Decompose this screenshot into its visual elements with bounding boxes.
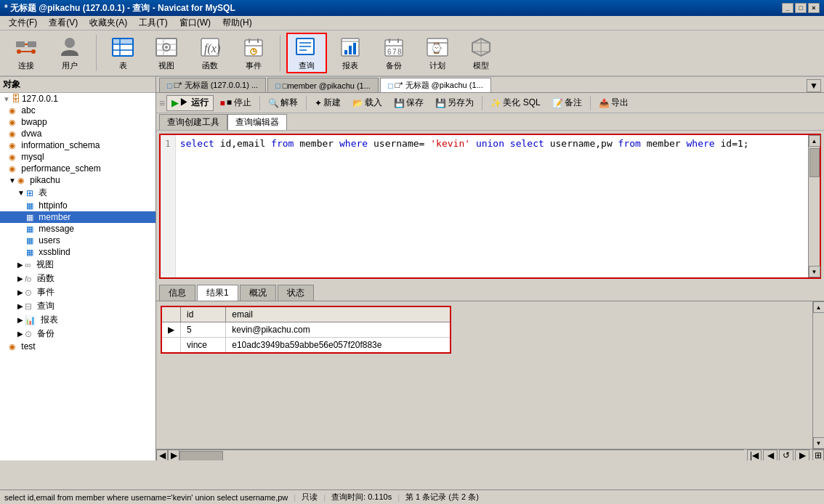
results-scrollbar[interactable]: ▲ ▼ (812, 301, 824, 449)
sidebar-item-xssblind[interactable]: ▦ xssblind (0, 246, 155, 258)
table-row[interactable]: vince e10adc3949ba59abbe56e057f20f883e (161, 338, 451, 354)
sidebar-item-member[interactable]: ▦ member (0, 211, 155, 223)
menu-view[interactable]: 查看(V) (43, 15, 84, 31)
sidebar-item-perf-schema[interactable]: ◉ performance_schem (0, 163, 155, 174)
svg-rect-11 (113, 38, 133, 44)
new-button[interactable]: ✦ 新建 (310, 95, 346, 111)
run-button[interactable]: ▶ ▶ 运行 (166, 95, 213, 111)
sidebar-item-message[interactable]: ▦ message (0, 223, 155, 235)
h-scroll-thumb[interactable] (179, 451, 223, 461)
sidebar-item-users[interactable]: ▦ users (0, 235, 155, 246)
svg-point-4 (31, 49, 36, 54)
tab-query-editor[interactable]: 查询编辑器 (227, 114, 287, 130)
tab-member[interactable]: □ □member @pikachu (1... (267, 78, 379, 92)
event-icon (242, 36, 265, 59)
toolbar-user[interactable]: 用户 (49, 33, 90, 73)
sidebar-item-query-folder[interactable]: ▶ ⊟ 查询 (0, 299, 155, 313)
cell-email-1: kevin@pikachu.com (226, 322, 451, 338)
tab-overview[interactable]: 概况 (240, 285, 276, 301)
tab-untitled-1[interactable]: □ □* 无标题 (127.0.0.1) ... (159, 78, 266, 92)
h-scroll-right[interactable]: ▶ (168, 450, 179, 461)
comment-button[interactable]: 📝 备注 (547, 95, 587, 111)
scroll-up-arrow[interactable]: ▲ (809, 135, 820, 147)
status-sep-3: | (397, 493, 400, 502)
toolbar-view[interactable]: 视图 (146, 33, 187, 73)
scroll-down-arrow[interactable]: ▼ (809, 266, 820, 277)
sidebar-item-server[interactable]: ▼ 🗄 127.0.0.1 (0, 93, 155, 105)
sidebar-item-bwapp[interactable]: ◉ bwapp (0, 116, 155, 128)
h-scroll-left[interactable]: ◀ (156, 450, 168, 461)
menu-tools[interactable]: 工具(T) (133, 15, 173, 31)
sidebar-item-info-schema[interactable]: ◉ information_schema (0, 139, 155, 151)
prev-record-btn[interactable]: ◀ (763, 450, 777, 461)
table-icon (111, 36, 134, 59)
sql-keyword-from2: from (618, 138, 641, 149)
sidebar-item-view-folder[interactable]: ▶ ∞ 视图 (0, 258, 155, 272)
refresh-btn[interactable]: ↺ (779, 450, 793, 461)
maximize-button[interactable]: □ (795, 3, 807, 13)
tab-result1[interactable]: 结果1 (197, 285, 238, 301)
tab-query-builder[interactable]: 查询创建工具 (159, 114, 227, 130)
results-scroll-up[interactable]: ▲ (813, 301, 825, 313)
sidebar-item-mysql[interactable]: ◉ mysql (0, 151, 155, 163)
col-header-email: email (226, 306, 451, 322)
export-button[interactable]: 📤 导出 (594, 95, 634, 111)
close-button[interactable]: × (808, 3, 820, 13)
beautify-button[interactable]: ✨ 美化 SQL (485, 95, 545, 111)
sidebar-item-table-folder[interactable]: ▼ ⊞ 表 (0, 186, 155, 200)
minimize-button[interactable]: _ (782, 3, 793, 13)
svg-rect-1 (28, 41, 36, 47)
svg-rect-35 (353, 43, 356, 54)
sql-where2: id=1; (720, 138, 748, 149)
sidebar-item-pikachu[interactable]: ▼ ◉ pikachu (0, 174, 155, 186)
explain-button[interactable]: 🔍 解释 (263, 95, 303, 111)
row-marker-1: ▶ (161, 322, 181, 338)
sidebar-item-abc[interactable]: ◉ abc (0, 105, 155, 116)
sidebar-item-backup-folder[interactable]: ▶ ⊙ 备份 (0, 327, 155, 341)
menu-favorites[interactable]: 收藏夹(A) (84, 15, 133, 31)
sidebar-item-func-folder[interactable]: ▶ fo 函数 (0, 272, 155, 285)
sidebar-item-test[interactable]: ◉ test (0, 341, 155, 352)
toolbar-report[interactable]: 报表 (330, 33, 371, 73)
toolbar-query[interactable]: 查询 (286, 33, 327, 73)
toolbar-schedule[interactable]: ⌚ 计划 (417, 33, 458, 73)
menu-help[interactable]: 帮助(H) (217, 15, 258, 31)
toolbar-model[interactable]: 模型 (461, 33, 501, 73)
grid-toggle-btn[interactable]: ⊞ (812, 450, 824, 461)
sidebar-item-httpinfo[interactable]: ▦ httpinfo (0, 200, 155, 211)
scroll-thumb[interactable] (809, 148, 820, 177)
first-record-btn[interactable]: |◀ (747, 450, 762, 461)
menu-window[interactable]: 窗口(W) (174, 15, 217, 31)
next-record-btn[interactable]: ▶ (795, 450, 809, 461)
sql-keyword-union: union (476, 138, 510, 149)
hamburger-btn[interactable]: ≡ (159, 97, 165, 109)
results-scroll-down[interactable]: ▼ (813, 437, 825, 449)
toolbar-func[interactable]: f(x) 函数 (190, 33, 230, 73)
toolbar-connect[interactable]: 连接 (6, 33, 47, 73)
tab-menu-btn[interactable]: ▼ (807, 79, 821, 92)
stop-button[interactable]: ■ ■ 停止 (215, 95, 257, 111)
toolbar-backup[interactable]: 6 7 8 备份 (373, 33, 414, 73)
svg-text:7: 7 (392, 48, 397, 56)
sidebar-item-report-folder[interactable]: ▶ 📊 报表 (0, 313, 155, 327)
bottom-scrollbar-area: ◀ ▶ |◀ ◀ ↺ ▶ ⊞ (156, 449, 824, 460)
tab-extra: ▼ (807, 79, 821, 92)
table-row[interactable]: ▶ 5 kevin@pikachu.com (161, 322, 451, 338)
data-grid-scroll-area[interactable]: id email ▶ 5 kevin@pikachu.com vince (156, 301, 812, 449)
menu-file[interactable]: 文件(F) (3, 15, 43, 31)
sql-cols2: username,pw (550, 138, 618, 149)
sidebar-item-event-folder[interactable]: ▶ ⊙ 事件 (0, 285, 155, 299)
tab-status[interactable]: 状态 (278, 285, 314, 301)
save-as-button[interactable]: 💾 另存为 (430, 95, 479, 111)
sidebar-item-dvwa[interactable]: ◉ dvwa (0, 128, 155, 139)
func-icon: f(x) (198, 36, 222, 59)
sql-editor-scrollbar[interactable]: ▲ ▼ (808, 135, 820, 277)
tab-info[interactable]: 信息 (159, 285, 195, 301)
save-button[interactable]: 💾 保存 (389, 95, 429, 111)
toolbar-event[interactable]: 事件 (233, 33, 274, 73)
tab-untitled-2[interactable]: □ □* 无标题 @pikachu (1... (380, 78, 491, 92)
sql-text-editor[interactable]: select id,email from member where userna… (176, 135, 808, 277)
svg-text:8: 8 (397, 48, 402, 56)
toolbar-table[interactable]: 表 (102, 33, 143, 73)
load-button[interactable]: 📂 载入 (347, 95, 387, 111)
